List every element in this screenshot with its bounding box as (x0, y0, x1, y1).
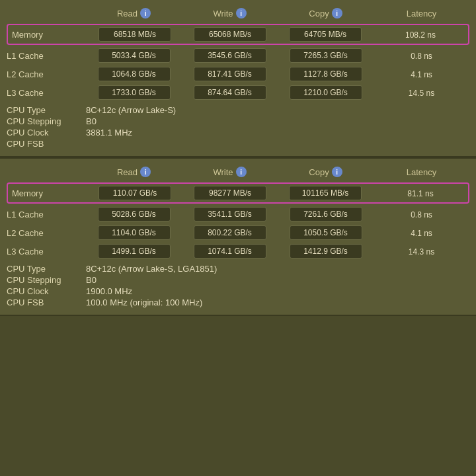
cpu-fsb-value-2: 100.0 MHz (original: 100 MHz) (86, 298, 202, 307)
l3-copy-cell-1: 1210.0 GB/s (278, 85, 374, 100)
cpu-type-label-1: CPU Type (7, 105, 86, 115)
cpu-type-line-1: CPU Type 8C+12c (Arrow Lake-S) (7, 104, 469, 116)
cpu-type-value-1: 8C+12c (Arrow Lake-S) (86, 105, 176, 115)
cpu-stepping-line-1: CPU Stepping B0 (7, 116, 469, 127)
col-header-read-1: Read i (86, 8, 182, 19)
copy-info-icon-1[interactable]: i (332, 8, 342, 19)
write-info-icon-2[interactable]: i (236, 167, 247, 177)
cpu-stepping-label-2: CPU Stepping (7, 275, 86, 285)
memory-latency-value-1: 108.2 ns (405, 30, 436, 40)
memory-row-1: Memory 68518 MB/s 65068 MB/s 64705 MB/s … (7, 24, 469, 45)
write-label-1: Write (213, 9, 233, 19)
l1-latency-value-2: 0.8 ns (411, 210, 432, 219)
cpu-stepping-line-2: CPU Stepping B0 (7, 274, 469, 286)
memory-latency-value-2: 81.1 ns (407, 189, 433, 198)
col-header-read-2: Read i (86, 167, 182, 177)
latency-label-1: Latency (407, 9, 437, 19)
panel-1: Read i Write i Copy i Latency Memory 685… (0, 0, 476, 157)
col-header-latency-2: Latency (374, 167, 469, 177)
l1-latency-cell-1: 0.8 ns (374, 51, 469, 61)
l1-copy-value-1: 7265.3 GB/s (290, 48, 362, 63)
l2-row-1: L2 Cache 1064.8 GB/s 817.41 GB/s 1127.8 … (0, 65, 476, 83)
l1-row-2: L1 Cache 5028.6 GB/s 3541.1 GB/s 7261.6 … (0, 205, 476, 223)
memory-write-cell-2: 98277 MB/s (182, 186, 278, 200)
memory-latency-cell-1: 108.2 ns (373, 30, 468, 40)
l2-latency-value-2: 4.1 ns (411, 229, 432, 238)
l1-write-cell-2: 3541.1 GB/s (182, 207, 278, 221)
l2-read-value-2: 1104.0 GB/s (98, 225, 171, 240)
l1-row-1: L1 Cache 5033.4 GB/s 3545.6 GB/s 7265.3 … (0, 46, 476, 65)
memory-copy-cell-1: 64705 MB/s (278, 27, 373, 42)
cpu-clock-line-1: CPU Clock 3881.1 MHz (7, 127, 469, 138)
write-label-2: Write (213, 167, 233, 177)
l2-label-1: L2 Cache (7, 69, 86, 79)
l3-copy-cell-2: 1412.9 GB/s (278, 244, 374, 258)
cpu-clock-value-1: 3881.1 MHz (86, 128, 132, 138)
l3-copy-value-1: 1210.0 GB/s (290, 85, 362, 100)
l2-read-value-1: 1064.8 GB/s (98, 67, 171, 81)
l1-write-cell-1: 3545.6 GB/s (182, 48, 278, 63)
copy-label-1: Copy (309, 9, 329, 19)
l2-row-2: L2 Cache 1104.0 GB/s 800.22 GB/s 1050.5 … (0, 223, 476, 242)
l2-write-value-1: 817.41 GB/s (194, 67, 266, 81)
l1-copy-value-2: 7261.6 GB/s (290, 207, 362, 221)
cpu-stepping-value-1: B0 (86, 116, 97, 126)
memory-read-cell-1: 68518 MB/s (87, 27, 182, 42)
l3-read-cell-1: 1733.0 GB/s (86, 85, 182, 100)
l2-copy-cell-1: 1127.8 GB/s (278, 67, 374, 81)
l2-latency-cell-2: 4.1 ns (374, 228, 469, 238)
read-label-2: Read (117, 167, 138, 177)
cpu-clock-line-2: CPU Clock 1900.0 MHz (7, 286, 469, 297)
memory-copy-cell-2: 101165 MB/s (278, 186, 373, 200)
cpu-fsb-line-2: CPU FSB 100.0 MHz (original: 100 MHz) (7, 297, 469, 308)
l1-label-1: L1 Cache (7, 51, 86, 61)
col-header-copy-2: Copy i (278, 167, 374, 177)
read-label-1: Read (117, 9, 138, 19)
l1-label-2: L1 Cache (7, 210, 86, 219)
write-info-icon-1[interactable]: i (236, 8, 247, 19)
l1-copy-cell-2: 7261.6 GB/s (278, 207, 374, 221)
l2-latency-cell-1: 4.1 ns (374, 69, 469, 79)
l1-read-cell-2: 5028.6 GB/s (86, 207, 182, 221)
cpu-clock-label-2: CPU Clock (7, 286, 86, 296)
l3-write-cell-2: 1074.1 GB/s (182, 244, 278, 258)
l3-read-cell-2: 1499.1 GB/s (86, 244, 182, 258)
l1-latency-value-1: 0.8 ns (411, 52, 432, 61)
copy-label-2: Copy (309, 167, 329, 177)
l2-copy-cell-2: 1050.5 GB/s (278, 225, 374, 240)
memory-read-value-2: 110.07 GB/s (99, 186, 171, 200)
copy-info-icon-2[interactable]: i (332, 167, 342, 177)
memory-write-cell-1: 65068 MB/s (182, 27, 278, 42)
read-info-icon-2[interactable]: i (140, 167, 151, 177)
l2-copy-value-1: 1127.8 GB/s (290, 67, 362, 81)
cpu-type-line-2: CPU Type 8C+12c (Arrow Lake-S, LGA1851) (7, 263, 469, 274)
l3-write-value-1: 874.64 GB/s (194, 85, 266, 100)
latency-label-2: Latency (407, 167, 437, 177)
l3-latency-value-2: 14.3 ns (409, 247, 434, 257)
cpu-fsb-line-1: CPU FSB (7, 138, 469, 149)
memory-read-value-1: 68518 MB/s (99, 27, 171, 42)
l3-row-2: L3 Cache 1499.1 GB/s 1074.1 GB/s 1412.9 … (0, 242, 476, 260)
l1-latency-cell-2: 0.8 ns (374, 210, 469, 219)
memory-write-value-1: 65068 MB/s (194, 27, 266, 42)
memory-copy-value-2: 101165 MB/s (289, 186, 362, 200)
l3-read-value-2: 1499.1 GB/s (98, 244, 171, 258)
cpu-clock-label-1: CPU Clock (7, 128, 86, 138)
l1-write-value-1: 3545.6 GB/s (194, 48, 266, 63)
l3-latency-cell-1: 14.5 ns (374, 88, 469, 98)
l1-copy-cell-1: 7265.3 GB/s (278, 48, 374, 63)
l3-copy-value-2: 1412.9 GB/s (290, 244, 362, 258)
memory-write-value-2: 98277 MB/s (194, 186, 266, 200)
memory-label-1: Memory (8, 30, 87, 40)
memory-copy-value-1: 64705 MB/s (289, 27, 362, 42)
l3-label-1: L3 Cache (7, 88, 86, 98)
l2-read-cell-2: 1104.0 GB/s (86, 225, 182, 240)
col-header-copy-1: Copy i (278, 8, 374, 19)
read-info-icon-1[interactable]: i (140, 8, 151, 19)
l3-label-2: L3 Cache (7, 247, 86, 257)
cpu-fsb-label-2: CPU FSB (7, 298, 86, 307)
col-header-write-1: Write i (182, 8, 278, 19)
cpu-type-label-2: CPU Type (7, 264, 86, 274)
memory-latency-cell-2: 81.1 ns (373, 188, 468, 198)
header-row-1: Read i Write i Copy i Latency (0, 5, 476, 22)
